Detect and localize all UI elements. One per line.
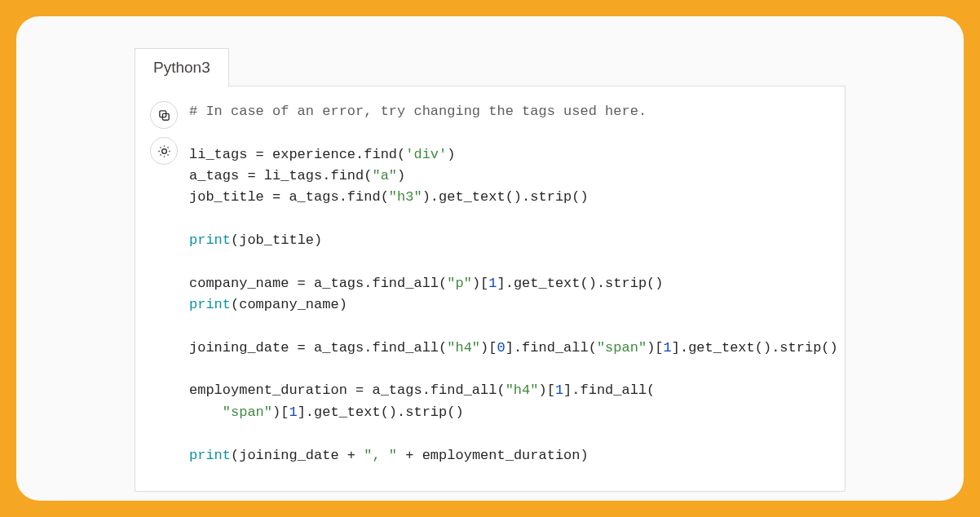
copy-icon [157, 108, 171, 122]
svg-line-6 [167, 154, 168, 155]
code-text: ) [397, 168, 405, 183]
code-text: ].get_text().strip() [497, 276, 663, 291]
action-column [150, 101, 178, 466]
theme-toggle-button[interactable] [150, 137, 178, 165]
code-text: (company_name) [231, 297, 347, 312]
code-text: li_tags = experience.find( [189, 147, 405, 162]
code-text: ].get_text().strip() [672, 340, 838, 356]
code-text: ) [447, 147, 455, 162]
code-string: "h4" [447, 340, 480, 356]
code-text: ].find_all( [563, 382, 655, 398]
code-panel: # In case of an error, try changing the … [135, 86, 845, 492]
code-string: "h4" [505, 382, 539, 398]
code-text: ].find_all( [505, 340, 597, 356]
copy-button[interactable] [150, 101, 178, 129]
tab-python3[interactable]: Python3 [135, 48, 229, 86]
code-text: ].get_text().strip() [298, 404, 464, 420]
code-function: print [189, 448, 231, 463]
code-number: 1 [488, 276, 497, 291]
code-string: "span" [597, 340, 647, 356]
card-container: Python3 [16, 16, 964, 501]
code-string: "a" [372, 168, 397, 183]
code-text: )[ [472, 276, 488, 291]
code-text: employment_duration = a_tags.find_all( [189, 382, 505, 398]
code-text: )[ [538, 382, 554, 398]
code-text: + employment_duration) [397, 448, 589, 463]
code-string: "span" [223, 404, 272, 420]
code-function: print [189, 297, 231, 312]
code-text: (joining_date + [231, 448, 364, 463]
code-number: 0 [497, 340, 505, 356]
code-number: 1 [664, 340, 672, 356]
code-text: ).get_text().strip() [422, 189, 589, 205]
code-string: 'div' [405, 147, 447, 162]
svg-line-10 [167, 147, 168, 148]
code-text: (job_title) [231, 232, 322, 248]
code-text: a_tags = li_tags.find( [189, 168, 372, 183]
svg-line-9 [160, 154, 161, 155]
code-block: # In case of an error, try changing the … [189, 101, 838, 466]
svg-point-2 [161, 148, 166, 153]
sun-icon [157, 144, 171, 158]
code-text: )[ [272, 404, 289, 420]
code-comment: # In case of an error, try changing the … [189, 104, 647, 119]
code-text: company_name = a_tags.find_all( [189, 276, 447, 291]
tab-bar: Python3 [135, 47, 845, 86]
svg-line-5 [160, 147, 161, 148]
code-string: ", " [364, 448, 397, 463]
code-text: )[ [480, 340, 497, 356]
code-number: 1 [555, 382, 563, 398]
code-text: job_title = a_tags.find( [189, 189, 389, 205]
code-text: )[ [647, 340, 663, 356]
code-text [189, 404, 223, 420]
code-function: print [189, 232, 231, 248]
code-number: 1 [289, 404, 297, 420]
code-string: "h3" [389, 189, 422, 205]
code-string: "p" [447, 276, 472, 291]
code-text: joining_date = a_tags.find_all( [189, 340, 447, 356]
